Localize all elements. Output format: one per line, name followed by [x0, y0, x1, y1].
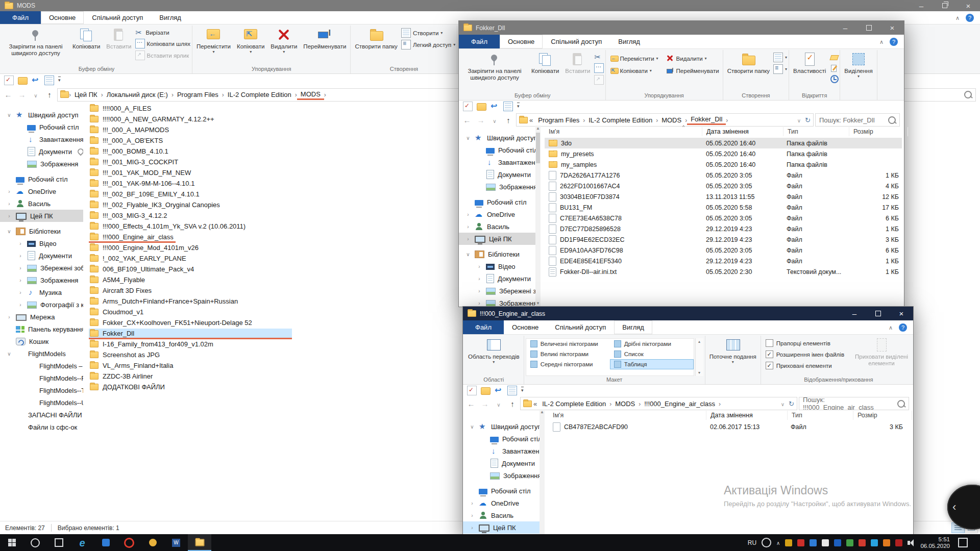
ribbon-button[interactable]: Поточне подання [707, 336, 759, 382]
recent-locations-icon[interactable] [488, 116, 501, 124]
checkbox-option[interactable]: Прапорці елементів [766, 339, 844, 347]
layout-scroll[interactable] [695, 338, 703, 376]
expander-icon[interactable]: › [6, 189, 12, 194]
expander-icon[interactable]: › [465, 224, 471, 230]
breadcrumb-item[interactable]: Цей ПК [71, 90, 101, 99]
sidebar-item[interactable]: Робочий стіл [0, 121, 83, 133]
sidebar-item[interactable]: › Василь [463, 509, 540, 521]
file-row[interactable]: I-16_Family_from413_for409_v1.02m [86, 339, 443, 350]
file-row[interactable]: !!!000_Engine_air_class [86, 232, 443, 243]
refresh-icon[interactable] [805, 116, 811, 124]
column-header-date[interactable]: Дата змінення [702, 127, 783, 136]
collapse-ribbon-icon[interactable] [889, 323, 893, 331]
layout-option[interactable]: Список [610, 349, 694, 359]
breadcrumb-item[interactable]: Fokker_Dll [687, 115, 726, 125]
sidebar-item[interactable]: › Мережа [0, 311, 83, 323]
file-row[interactable]: EDE4E85E41EF5340 29.12.2019 4:23 Файл 1 … [545, 256, 902, 266]
maximize-button[interactable] [857, 21, 880, 35]
up-icon[interactable] [502, 116, 514, 124]
properties-icon[interactable] [467, 386, 477, 395]
ribbon-button[interactable]: Видалити [666, 54, 719, 63]
expander-icon[interactable]: ∨ [465, 135, 471, 141]
daemon-tools-icon[interactable] [141, 534, 164, 551]
collapse-ribbon-icon[interactable] [879, 38, 884, 45]
breadcrumb-item[interactable]: IL-2 Complete Edition [224, 90, 295, 99]
sidebar-item[interactable]: ∨ Швидкий доступ [459, 132, 535, 144]
tab-file[interactable]: Файл [463, 320, 504, 334]
expander-icon[interactable]: › [17, 290, 23, 295]
sidebar-item[interactable]: › Цей ПК [459, 233, 535, 245]
sidebar-item[interactable]: › Фотографії з камери [0, 298, 83, 311]
task-view-icon[interactable] [47, 534, 70, 551]
ribbon-button[interactable]: Вставити [562, 50, 593, 92]
new-folder-icon[interactable] [481, 387, 491, 395]
file-row[interactable]: !!!!000_A_NEW_GARMATY_4.12.2++ [86, 114, 443, 125]
scroll-up-icon[interactable]: ▲ [535, 126, 541, 132]
sidebar-item[interactable]: › Василь [0, 197, 83, 210]
titlebar-fokker[interactable]: Fokker_Dll – × [459, 21, 904, 35]
minimize-button[interactable]: – [843, 307, 866, 320]
file-row[interactable]: 3do 05.05.2020 16:40 Папка файлів [545, 138, 902, 148]
file-row[interactable]: Cloudmod_v1 [86, 307, 443, 318]
breadcrumb-item[interactable]: IL-2 Complete Edition [585, 116, 656, 124]
expander-icon[interactable]: › [469, 513, 475, 518]
file-row[interactable]: !_002_YAK_EARLY_PLANE [86, 254, 443, 264]
ribbon-button[interactable] [829, 74, 838, 83]
checkbox-option[interactable]: ✓ Розширення імен файлів [766, 350, 844, 358]
file-row[interactable]: ДОДАТКОВІ ФАЙЛИ [86, 382, 443, 393]
restore-button[interactable] [933, 0, 957, 11]
sidebar-item[interactable]: Кошик [0, 335, 83, 347]
sidebar-item[interactable]: › Зображення [459, 297, 535, 307]
sidebar-item[interactable]: › Відео [459, 260, 535, 272]
column-header-date[interactable]: Дата змінення [706, 411, 788, 420]
file-row[interactable]: my_presets 05.05.2020 16:40 Папка файлів [545, 148, 902, 159]
ribbon-button[interactable]: Вставити ярлик [135, 51, 190, 60]
column-header-size[interactable]: Розмір [849, 127, 908, 136]
sidebar-item[interactable]: ∨ Швидкий доступ [0, 109, 83, 121]
back-icon[interactable] [2, 90, 14, 99]
sidebar-item[interactable]: Завантаження [0, 133, 83, 145]
up-icon[interactable] [506, 399, 519, 408]
sort-ascending-icon[interactable] [682, 124, 684, 130]
opera-icon[interactable] [117, 534, 141, 551]
sidebar-scrollbar[interactable]: ▲ ▼ [535, 126, 541, 307]
sidebar-item[interactable]: Документи [463, 457, 540, 469]
ribbon-tab[interactable]: Вигляд [151, 11, 189, 24]
expander-icon[interactable]: › [17, 241, 23, 246]
expander-icon[interactable]: › [6, 201, 12, 207]
back-icon[interactable] [465, 399, 477, 408]
help-icon[interactable] [899, 323, 907, 332]
expander-icon[interactable]: › [476, 300, 482, 306]
file-row[interactable]: Screenshot as JPG [86, 350, 443, 361]
breadcrumb-item[interactable]: Локальний диск (E:) [103, 90, 172, 99]
layout-option[interactable]: Середні піктограми [526, 359, 610, 369]
breadcrumb-item[interactable]: MODS [658, 116, 685, 124]
column-header-type[interactable]: Тип [788, 411, 853, 420]
edge-icon[interactable] [70, 534, 94, 551]
tray-icon[interactable] [797, 539, 804, 546]
breadcrumb-item[interactable]: !!!000_Engine_air_class [641, 399, 719, 408]
ribbon-tab[interactable]: Вигляд [610, 35, 648, 48]
ribbon-button[interactable]: Перейменувати [301, 26, 349, 65]
tab-file[interactable]: Файл [0, 11, 41, 24]
file-row[interactable]: Fokker-Dll--air.ini.txt 05.05.2020 2:30 … [545, 266, 902, 277]
customize-qat-icon[interactable] [521, 386, 526, 395]
sidebar-item[interactable]: FlightModels--F4U [0, 372, 83, 384]
minimize-button[interactable]: – [834, 21, 857, 35]
expander-icon[interactable]: › [469, 525, 475, 531]
column-header-name[interactable]: Ім'я [549, 411, 706, 420]
notifications-icon[interactable] [958, 538, 968, 547]
file-row[interactable]: D7EC77D825896528 29.12.2019 4:23 Файл 1 … [545, 223, 902, 234]
ribbon-tab[interactable]: Спільний доступ [547, 320, 614, 334]
file-row[interactable]: !!!_000_A_OB'EKTS [86, 136, 443, 146]
file-row[interactable]: !!!_000_BOMB_4.10.1 [86, 146, 443, 157]
expander-icon[interactable]: › [6, 213, 12, 219]
search-input[interactable]: Пошук: Fokker_Dll [815, 113, 900, 127]
file-row[interactable]: ZZDC-3B Airliner [86, 371, 443, 382]
sidebar-item[interactable]: Зображення [459, 181, 535, 193]
expander-icon[interactable]: › [469, 500, 475, 506]
file-row[interactable]: !!!!000_A_FILES [86, 104, 443, 114]
ribbon-button[interactable]: Копіювати [609, 66, 658, 75]
sidebar-item[interactable]: › Музика [0, 286, 83, 298]
expander-icon[interactable]: ∨ [469, 424, 475, 430]
